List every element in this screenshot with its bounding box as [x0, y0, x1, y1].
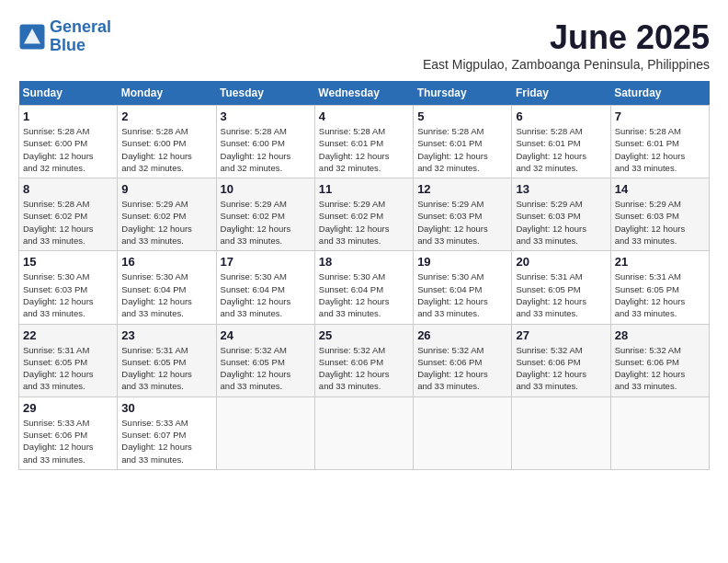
calendar-cell: 22Sunrise: 5:31 AMSunset: 6:05 PMDayligh… [19, 324, 118, 396]
calendar-cell: 2Sunrise: 5:28 AMSunset: 6:00 PMDaylight… [118, 106, 216, 178]
calendar-header: SundayMondayTuesdayWednesdayThursdayFrid… [19, 81, 710, 106]
day-info: Sunrise: 5:30 AMSunset: 6:04 PMDaylight:… [417, 270, 507, 319]
calendar-cell: 27Sunrise: 5:32 AMSunset: 6:06 PMDayligh… [512, 324, 610, 396]
weekday-sunday: Sunday [19, 81, 118, 106]
day-info: Sunrise: 5:28 AMSunset: 6:02 PMDaylight:… [23, 198, 113, 247]
calendar-cell: 17Sunrise: 5:30 AMSunset: 6:04 PMDayligh… [216, 251, 314, 324]
calendar-cell: 1Sunrise: 5:28 AMSunset: 6:00 PMDaylight… [19, 106, 118, 178]
day-number: 19 [417, 255, 507, 269]
day-info: Sunrise: 5:28 AMSunset: 6:00 PMDaylight:… [23, 125, 113, 174]
day-number: 7 [615, 109, 705, 123]
calendar-cell: 30Sunrise: 5:33 AMSunset: 6:07 PMDayligh… [118, 396, 216, 469]
day-info: Sunrise: 5:32 AMSunset: 6:06 PMDaylight:… [417, 344, 507, 393]
calendar-cell: 7Sunrise: 5:28 AMSunset: 6:01 PMDaylight… [610, 106, 709, 178]
calendar-cell: 28Sunrise: 5:32 AMSunset: 6:06 PMDayligh… [610, 324, 709, 396]
day-info: Sunrise: 5:29 AMSunset: 6:03 PMDaylight:… [615, 198, 705, 247]
calendar-cell: 24Sunrise: 5:32 AMSunset: 6:05 PMDayligh… [216, 324, 314, 396]
calendar-cell: 4Sunrise: 5:28 AMSunset: 6:01 PMDaylight… [314, 106, 413, 178]
day-number: 26 [417, 328, 507, 342]
logo-line2: Blue [50, 36, 85, 54]
day-info: Sunrise: 5:33 AMSunset: 6:06 PMDaylight:… [23, 417, 113, 465]
day-number: 8 [23, 182, 113, 196]
day-number: 12 [417, 182, 507, 196]
day-info: Sunrise: 5:29 AMSunset: 6:02 PMDaylight:… [319, 198, 409, 247]
day-info: Sunrise: 5:28 AMSunset: 6:01 PMDaylight:… [516, 125, 606, 174]
day-info: Sunrise: 5:32 AMSunset: 6:06 PMDaylight:… [615, 344, 705, 393]
title-block: June 2025 East Migpulao, Zamboanga Penin… [423, 18, 710, 72]
day-number: 21 [615, 255, 705, 269]
day-number: 6 [516, 109, 606, 123]
day-number: 24 [221, 328, 311, 342]
day-number: 28 [615, 328, 705, 342]
weekday-tuesday: Tuesday [216, 81, 314, 106]
day-number: 23 [121, 328, 211, 342]
calendar-cell: 13Sunrise: 5:29 AMSunset: 6:03 PMDayligh… [512, 178, 610, 251]
weekday-saturday: Saturday [610, 81, 709, 106]
calendar-cell: 11Sunrise: 5:29 AMSunset: 6:02 PMDayligh… [314, 178, 413, 251]
day-info: Sunrise: 5:32 AMSunset: 6:06 PMDaylight:… [516, 344, 606, 393]
logo: General Blue [18, 18, 111, 55]
calendar-body: 1Sunrise: 5:28 AMSunset: 6:00 PMDaylight… [19, 106, 710, 470]
calendar-cell: 25Sunrise: 5:32 AMSunset: 6:06 PMDayligh… [314, 324, 413, 396]
day-info: Sunrise: 5:28 AMSunset: 6:01 PMDaylight:… [615, 125, 705, 174]
calendar-cell: 15Sunrise: 5:30 AMSunset: 6:03 PMDayligh… [19, 251, 118, 324]
calendar-cell: 14Sunrise: 5:29 AMSunset: 6:03 PMDayligh… [610, 178, 709, 251]
logo-line1: General [50, 17, 111, 36]
location-title: East Migpulao, Zamboanga Peninsula, Phil… [423, 57, 710, 72]
day-number: 17 [221, 255, 311, 269]
calendar-week-3: 15Sunrise: 5:30 AMSunset: 6:03 PMDayligh… [19, 251, 710, 324]
calendar-cell: 10Sunrise: 5:29 AMSunset: 6:02 PMDayligh… [216, 178, 314, 251]
day-info: Sunrise: 5:32 AMSunset: 6:05 PMDaylight:… [221, 344, 311, 393]
calendar-week-4: 22Sunrise: 5:31 AMSunset: 6:05 PMDayligh… [19, 324, 710, 396]
calendar-week-1: 1Sunrise: 5:28 AMSunset: 6:00 PMDaylight… [19, 106, 710, 178]
day-info: Sunrise: 5:28 AMSunset: 6:01 PMDaylight:… [417, 125, 507, 174]
day-number: 11 [319, 182, 409, 196]
calendar-cell: 26Sunrise: 5:32 AMSunset: 6:06 PMDayligh… [414, 324, 512, 396]
day-info: Sunrise: 5:32 AMSunset: 6:06 PMDaylight:… [319, 344, 409, 393]
day-info: Sunrise: 5:31 AMSunset: 6:05 PMDaylight:… [121, 344, 211, 393]
day-number: 29 [23, 401, 113, 415]
calendar-cell: 9Sunrise: 5:29 AMSunset: 6:02 PMDaylight… [118, 178, 216, 251]
calendar-cell: 3Sunrise: 5:28 AMSunset: 6:00 PMDaylight… [216, 106, 314, 178]
weekday-monday: Monday [118, 81, 216, 106]
day-number: 15 [23, 255, 113, 269]
day-number: 14 [615, 182, 705, 196]
day-number: 10 [221, 182, 311, 196]
calendar-week-2: 8Sunrise: 5:28 AMSunset: 6:02 PMDaylight… [19, 178, 710, 251]
day-info: Sunrise: 5:29 AMSunset: 6:02 PMDaylight:… [121, 198, 211, 247]
day-number: 27 [516, 328, 606, 342]
calendar-table: SundayMondayTuesdayWednesdayThursdayFrid… [18, 81, 710, 470]
calendar-cell: 29Sunrise: 5:33 AMSunset: 6:06 PMDayligh… [19, 396, 118, 469]
day-info: Sunrise: 5:29 AMSunset: 6:03 PMDaylight:… [417, 198, 507, 247]
day-info: Sunrise: 5:30 AMSunset: 6:04 PMDaylight:… [319, 270, 409, 319]
day-info: Sunrise: 5:28 AMSunset: 6:00 PMDaylight:… [221, 125, 311, 174]
day-info: Sunrise: 5:31 AMSunset: 6:05 PMDaylight:… [615, 270, 705, 319]
day-info: Sunrise: 5:30 AMSunset: 6:04 PMDaylight:… [121, 270, 211, 319]
calendar-cell: 12Sunrise: 5:29 AMSunset: 6:03 PMDayligh… [414, 178, 512, 251]
day-number: 16 [121, 255, 211, 269]
day-info: Sunrise: 5:33 AMSunset: 6:07 PMDaylight:… [121, 417, 211, 465]
day-info: Sunrise: 5:31 AMSunset: 6:05 PMDaylight:… [516, 270, 606, 319]
logo-text: General Blue [50, 18, 111, 55]
day-number: 9 [121, 182, 211, 196]
weekday-thursday: Thursday [414, 81, 512, 106]
calendar-cell: 6Sunrise: 5:28 AMSunset: 6:01 PMDaylight… [512, 106, 610, 178]
day-number: 1 [23, 109, 113, 123]
day-number: 25 [319, 328, 409, 342]
day-number: 4 [319, 109, 409, 123]
logo-icon [18, 23, 46, 51]
calendar-cell [216, 396, 314, 469]
day-number: 13 [516, 182, 606, 196]
day-number: 2 [121, 109, 211, 123]
header: General Blue June 2025 East Migpulao, Za… [18, 18, 710, 72]
calendar-cell: 8Sunrise: 5:28 AMSunset: 6:02 PMDaylight… [19, 178, 118, 251]
day-info: Sunrise: 5:30 AMSunset: 6:03 PMDaylight:… [23, 270, 113, 319]
day-number: 5 [417, 109, 507, 123]
calendar-cell: 21Sunrise: 5:31 AMSunset: 6:05 PMDayligh… [610, 251, 709, 324]
day-info: Sunrise: 5:31 AMSunset: 6:05 PMDaylight:… [23, 344, 113, 393]
day-number: 18 [319, 255, 409, 269]
day-info: Sunrise: 5:28 AMSunset: 6:00 PMDaylight:… [121, 125, 211, 174]
day-info: Sunrise: 5:29 AMSunset: 6:03 PMDaylight:… [516, 198, 606, 247]
day-number: 20 [516, 255, 606, 269]
day-number: 3 [221, 109, 311, 123]
